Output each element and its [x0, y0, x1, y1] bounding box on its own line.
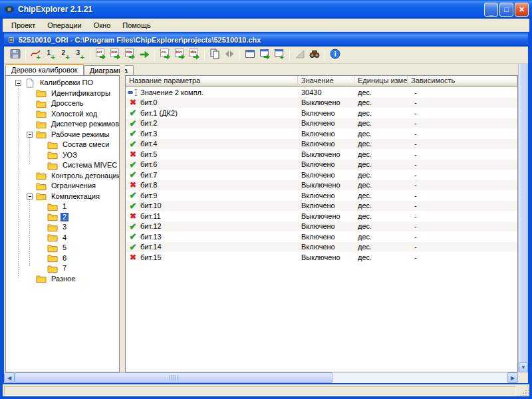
toolbar-button-export-bin[interactable]: bin	[108, 48, 122, 63]
right-pane: Название параметраЗначениеЕдиницы изме..…	[125, 64, 518, 372]
table-row[interactable]: ✔бит.1 (ДК2)Включенодес.-	[126, 108, 517, 118]
toolbar-separator	[25, 49, 26, 61]
menu-item-operations[interactable]: Операции	[41, 20, 87, 31]
minimize-button[interactable]: _	[484, 3, 498, 17]
tree-item[interactable]: 1	[6, 201, 119, 212]
scroll-left-button[interactable]: ◀	[4, 372, 15, 383]
tree-item-label: Рабочие режимы	[49, 130, 111, 139]
vertical-scrollbar-track[interactable]	[519, 64, 528, 362]
toolbar-button-add-2[interactable]: 2+	[58, 48, 72, 63]
tree-expander-minus[interactable]	[27, 132, 33, 138]
doc-arrow-icon: cs.	[159, 48, 171, 63]
param-units: дес.	[354, 222, 408, 230]
table-row[interactable]: ✖бит.0Выключенодес.-	[126, 98, 517, 108]
tree-item[interactable]: Комплектация	[6, 192, 119, 202]
toolbar-button-save[interactable]	[8, 48, 23, 63]
toolbar-button-export-cs[interactable]: cs.	[158, 48, 172, 63]
param-name-cell: ✔бит.7	[126, 170, 298, 180]
tree-item[interactable]: 5	[6, 243, 119, 253]
pane-splitter[interactable]	[120, 64, 125, 372]
tree-item[interactable]: Диспетчер режимов	[6, 119, 119, 130]
tree-item[interactable]: 3	[6, 222, 119, 233]
tree-item[interactable]: Дроссель	[6, 98, 119, 109]
column-header-3[interactable]: Единицы изме...	[354, 76, 408, 87]
toolbar-button-about[interactable]: i	[328, 48, 342, 63]
table-row[interactable]: ✖бит.8Выключенодес.-	[126, 180, 517, 191]
toolbar-button-add-curve[interactable]: +	[29, 48, 43, 63]
tree-item[interactable]: Состав смеси	[6, 140, 119, 150]
tree-expander-minus[interactable]	[15, 80, 21, 86]
param-dependency: -	[408, 130, 517, 138]
toolbar-button-window-add[interactable]: +	[272, 48, 287, 63]
scroll-down-button[interactable]: ▼	[519, 362, 528, 372]
table-row[interactable]: ✔бит.10Включенодес.-	[126, 201, 517, 211]
check-icon: ✔	[128, 129, 138, 138]
menu-item-project[interactable]: Проект	[5, 20, 41, 31]
tree-item[interactable]: Контроль детонации	[6, 171, 119, 182]
tree-item[interactable]: 6	[6, 253, 119, 264]
column-header-2[interactable]: Значение	[298, 76, 354, 87]
toolbar-button-copy-pages[interactable]	[207, 48, 222, 63]
svg-text:bin: bin	[111, 49, 117, 54]
toolbar-button-compare[interactable]	[222, 48, 237, 63]
tree-item[interactable]: Холостой ход	[6, 109, 119, 120]
table-row[interactable]: ✔бит.13Включенодес.-	[126, 231, 517, 242]
tab-tree[interactable]: Дерево калибровок	[5, 64, 84, 75]
param-name-cell: ✔бит.3	[126, 129, 298, 138]
folder-icon	[47, 233, 58, 242]
tree-item[interactable]: 4	[6, 233, 119, 243]
vertical-scrollbar[interactable]: ▼	[518, 64, 528, 372]
resize-grip[interactable]	[520, 387, 529, 396]
table-row[interactable]: ✔бит.2Включенодес.-	[126, 118, 517, 129]
tree-item[interactable]: Калибровки ПО	[6, 78, 119, 88]
horizontal-scrollbar[interactable]: ◀ ▶	[4, 372, 528, 383]
menu-bar: ПроектОперацииОкноПомощь	[3, 19, 529, 32]
param-name: бит.5	[140, 150, 157, 158]
toolbar-button-export-run[interactable]	[137, 48, 152, 63]
menu-item-window[interactable]: Окно	[88, 20, 117, 31]
table-row[interactable]: ✔бит.4Включенодес.-	[126, 139, 517, 150]
toolbar-button-window-export[interactable]	[257, 48, 272, 63]
toolbar-button-export-ori[interactable]: ori	[93, 48, 108, 63]
column-header-4[interactable]: Зависимость	[408, 76, 517, 87]
toolbar-button-slope[interactable]	[293, 48, 307, 63]
table-row[interactable]: ✔бит.9Включенодес.-	[126, 190, 517, 201]
column-header-1[interactable]: Название параметра	[126, 76, 298, 87]
table-row[interactable]: ✔бит.6Включенодес.-	[126, 160, 517, 170]
horizontal-scrollbar-track[interactable]	[332, 372, 507, 383]
horizontal-scrollbar-thumb[interactable]	[15, 372, 332, 383]
table-row[interactable]: ✔бит.3Включенодес.-	[126, 128, 517, 139]
table-row[interactable]: ✖бит.15Выключенодес.-	[126, 252, 517, 263]
toolbar-button-add-1[interactable]: 1+	[43, 48, 58, 63]
param-name-cell: ✔бит.14	[126, 242, 298, 251]
tree-item[interactable]: Система MIVEC	[6, 160, 119, 171]
tree-item[interactable]: 7	[6, 263, 119, 274]
tree-item[interactable]: 2	[6, 212, 119, 223]
maximize-button[interactable]: □	[499, 3, 513, 17]
toolbar-button-export-dta[interactable]: dta	[122, 48, 137, 63]
tree-item[interactable]: УОЗ	[6, 150, 119, 161]
table-row[interactable]: ✖бит.11Выключенодес.-	[126, 211, 517, 221]
tree-item[interactable]: Рабочие режимы	[6, 130, 119, 140]
toolbar-button-export-dta-2[interactable]: dta	[187, 48, 201, 63]
tree-expander-minus[interactable]	[27, 194, 33, 200]
menu-item-help[interactable]: Помощь	[116, 20, 157, 31]
table-row[interactable]: Значение 2 компл.30430дес.-	[126, 87, 517, 98]
toolbar-button-find[interactable]	[307, 48, 322, 63]
table-row[interactable]: ✔бит.14Включенодес.-	[126, 242, 517, 253]
toolbar-button-export-bin-2[interactable]: bin	[172, 48, 187, 63]
toolbar-button-window-new[interactable]	[243, 48, 257, 63]
param-units: дес.	[354, 109, 408, 117]
close-button[interactable]: ✕	[515, 3, 529, 17]
tree-item-label: 2	[61, 213, 68, 221]
tree-item[interactable]: Разное	[6, 274, 119, 285]
param-name: бит.12	[140, 222, 162, 230]
toolbar-button-add-3[interactable]: 3+	[72, 48, 87, 63]
cross-icon: ✖	[128, 150, 138, 159]
tree-item[interactable]: Идентификаторы	[6, 88, 119, 99]
tree-item[interactable]: Ограничения	[6, 181, 119, 192]
table-row[interactable]: ✔бит.7Включенодес.-	[126, 170, 517, 180]
table-row[interactable]: ✖бит.5Выключенодес.-	[126, 149, 517, 160]
scroll-right-button[interactable]: ▶	[507, 372, 518, 383]
table-row[interactable]: ✔бит.12Включенодес.-	[126, 221, 517, 232]
